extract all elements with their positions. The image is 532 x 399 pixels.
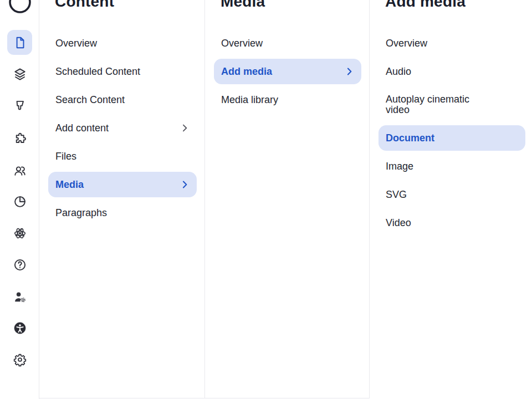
menu-item-document[interactable]: Document [378,125,525,151]
reports-pie-icon [13,195,27,209]
panel-add-media-title: Add media [385,0,466,10]
help-question-icon [13,258,27,272]
menu-item-add-media-overview[interactable]: Overview [378,30,525,56]
menu-item-media-library[interactable]: Media library [214,87,361,112]
menu-item-search-content[interactable]: Search Content [48,87,197,112]
panel-content: Content Overview Scheduled Content Searc… [39,0,205,398]
menu-item-add-media[interactable]: Add media [214,59,361,84]
menu-item-image[interactable]: Image [378,154,525,179]
drupal-logo-icon [8,0,32,14]
user-settings-icon [13,290,27,304]
menu-item-files[interactable]: Files [48,144,197,169]
panel-media: Media Overview Add media Media library [205,0,370,398]
appearance-brush-icon [13,99,27,113]
menu-item-autoplay-cinematic-video[interactable]: Autoplay cinematic video [378,87,525,122]
settings-gear-icon [13,352,27,367]
menu-item-media-overview[interactable]: Overview [214,30,361,56]
panel-media-menu: Overview Add media Media library [214,30,361,112]
panel-add-media-menu: Overview Audio Autoplay cinematic video … [378,30,525,236]
menu-item-svg[interactable]: SVG [378,182,525,207]
menu-item-video[interactable]: Video [378,210,525,236]
chevron-right-icon [344,66,355,77]
icon-rail [0,0,39,399]
nav-accessibility-button[interactable] [7,315,32,340]
drupal-logo[interactable] [7,0,32,14]
menu-item-overview[interactable]: Overview [48,30,197,56]
panel-content-title: Content [55,0,114,10]
people-users-icon [13,163,27,178]
panel-add-media: Add media Overview Audio Autoplay cinema… [370,0,532,399]
nav-reports-button[interactable] [7,189,32,214]
content-document-icon [13,35,27,50]
chevron-right-icon [179,122,190,134]
atom-icon [13,226,27,241]
nav-atom-button[interactable] [7,221,32,245]
menu-item-audio[interactable]: Audio [378,59,525,84]
nav-appearance-button[interactable] [7,93,32,118]
menu-item-media[interactable]: Media [48,172,197,197]
nav-structure-button[interactable] [7,62,32,86]
menu-item-paragraphs[interactable]: Paragraphs [48,200,197,226]
nav-help-button[interactable] [7,252,32,277]
nav-people-button[interactable] [7,158,32,183]
panel-media-title: Media [221,0,265,10]
nav-content-button[interactable] [7,30,32,55]
extend-puzzle-icon [13,131,27,146]
structure-layers-icon [13,67,27,81]
admin-navigation: Content Overview Scheduled Content Searc… [0,0,532,399]
accessibility-icon [13,321,27,335]
nav-settings-button[interactable] [7,347,32,372]
panel-content-menu: Overview Scheduled Content Search Conten… [48,30,197,226]
menu-item-add-content[interactable]: Add content [48,115,197,141]
nav-user-settings-button[interactable] [7,284,32,309]
menu-item-scheduled-content[interactable]: Scheduled Content [48,59,197,84]
nav-extend-button[interactable] [7,126,32,151]
chevron-right-icon [179,179,190,190]
